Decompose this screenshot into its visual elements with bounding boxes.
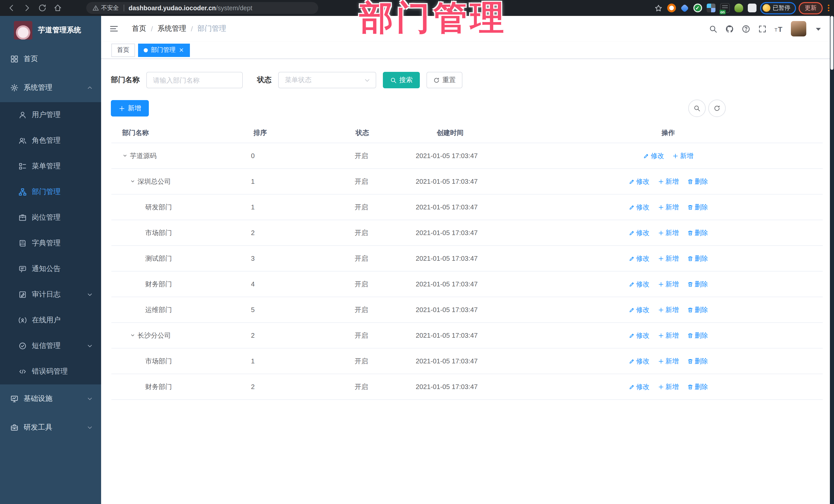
add-row-button[interactable]: 新增: [658, 177, 679, 186]
expand-arrow-icon[interactable]: [122, 153, 130, 159]
cell-status: 开启: [342, 356, 414, 366]
add-row-button[interactable]: 新增: [658, 305, 679, 314]
tab-home[interactable]: 首页: [111, 43, 135, 57]
sidebar-item-用户管理[interactable]: 用户管理: [0, 102, 101, 128]
delete-row-button[interactable]: 删除: [687, 280, 708, 289]
add-row-button[interactable]: 新增: [658, 280, 679, 289]
sidebar-item-角色管理[interactable]: 角色管理: [0, 128, 101, 153]
add-row-button[interactable]: 新增: [658, 228, 679, 237]
green-person-extension-icon[interactable]: [734, 4, 743, 12]
delete-row-button[interactable]: 删除: [687, 331, 708, 340]
delete-row-button[interactable]: 删除: [687, 202, 708, 212]
close-icon[interactable]: [179, 47, 184, 53]
avatar-caret-down-icon[interactable]: [814, 24, 823, 33]
edit-row-button[interactable]: 修改: [629, 382, 650, 391]
fullscreen-icon[interactable]: [758, 24, 767, 33]
plus-icon: [118, 105, 125, 112]
expand-arrow-icon[interactable]: [130, 333, 137, 338]
drop-extension-icon[interactable]: [680, 4, 689, 12]
help-icon[interactable]: [742, 24, 750, 33]
green-check-extension-icon[interactable]: ✓: [693, 4, 702, 12]
search-button[interactable]: 搜索: [383, 72, 420, 88]
bookmark-star-icon[interactable]: [654, 4, 662, 12]
add-button[interactable]: 新增: [111, 100, 149, 116]
edit-row-button[interactable]: 修改: [629, 228, 650, 237]
browser-menu-icon[interactable]: [826, 5, 831, 11]
cell-status: 开启: [342, 202, 414, 212]
back-icon[interactable]: [7, 4, 16, 12]
tab-label: 首页: [117, 46, 129, 54]
app-logo-row[interactable]: 芋道管理系统: [0, 16, 101, 45]
add-row-button[interactable]: 新增: [658, 382, 679, 391]
trash-icon: [687, 255, 693, 262]
sidebar-item-部门管理[interactable]: 部门管理: [0, 179, 101, 205]
sidebar-item-系统管理[interactable]: 系统管理: [0, 73, 101, 102]
add-row-button[interactable]: 新增: [672, 151, 694, 160]
expand-arrow-icon[interactable]: [130, 179, 137, 184]
sidebar-item-菜单管理[interactable]: 菜单管理: [0, 153, 101, 179]
refresh-table-button[interactable]: [708, 100, 726, 117]
github-icon[interactable]: [725, 24, 734, 33]
sidebar-item-短信管理[interactable]: 短信管理: [0, 333, 101, 359]
security-warning[interactable]: 不安全: [92, 4, 119, 12]
edit-row-button[interactable]: 修改: [629, 356, 650, 366]
col-header-created: 创建时间: [414, 128, 584, 137]
delete-row-button[interactable]: 删除: [687, 356, 708, 366]
address-bar[interactable]: 不安全 dashboard.yudao.iocoder.cn/system/de…: [86, 2, 318, 14]
sidebar-item-通知公告[interactable]: 通知公告: [0, 256, 101, 282]
svg-text:T: T: [778, 25, 783, 33]
reset-button[interactable]: 重置: [426, 72, 462, 88]
sidebar-item-基础设施[interactable]: 基础设施: [0, 385, 101, 413]
edit-row-button[interactable]: 修改: [629, 254, 650, 263]
breadcrumb-home[interactable]: 首页: [132, 24, 146, 34]
add-row-button[interactable]: 新增: [658, 202, 679, 212]
col-header-dept-name: 部门名称: [111, 128, 250, 137]
list-extension-icon[interactable]: on: [720, 3, 729, 13]
hamburger-icon[interactable]: [101, 24, 118, 34]
delete-row-button[interactable]: 删除: [687, 228, 708, 237]
delete-row-button[interactable]: 删除: [687, 305, 708, 314]
sidebar-item-label: 首页: [24, 54, 94, 64]
target-extension-icon[interactable]: [667, 4, 676, 12]
toggle-search-button[interactable]: [688, 100, 706, 117]
sidebar-item-研发工具[interactable]: 研发工具: [0, 413, 101, 442]
page-scrollbar[interactable]: [830, 16, 834, 504]
sidebar-item-岗位管理[interactable]: 岗位管理: [0, 205, 101, 231]
cell-dept-name: 财务部门: [111, 280, 250, 289]
status-select[interactable]: 菜单状态: [278, 72, 376, 88]
puzzle-extension-icon[interactable]: [748, 4, 756, 12]
scrollbar-thumb[interactable]: [830, 16, 833, 70]
breadcrumb-system[interactable]: 系统管理: [158, 24, 186, 34]
search-icon[interactable]: [709, 24, 718, 33]
home-icon[interactable]: [53, 4, 62, 12]
grid-extension-icon[interactable]: [706, 4, 715, 12]
tab-dept-management[interactable]: 部门管理: [138, 43, 190, 57]
edit-row-button[interactable]: 修改: [629, 305, 650, 314]
delete-row-button[interactable]: 删除: [687, 177, 708, 186]
sidebar-item-在线用户[interactable]: 在线用户: [0, 307, 101, 333]
add-row-button[interactable]: 新增: [658, 254, 679, 263]
delete-row-button[interactable]: 删除: [687, 254, 708, 263]
sidebar-item-审计日志[interactable]: 审计日志: [0, 282, 101, 307]
sidebar-item-字典管理[interactable]: 字典管理: [0, 231, 101, 256]
sidebar-item-首页[interactable]: 首页: [0, 45, 101, 73]
edit-row-button[interactable]: 修改: [629, 177, 650, 186]
forward-icon[interactable]: [23, 4, 31, 12]
edit-row-button[interactable]: 修改: [629, 202, 650, 212]
add-row-button[interactable]: 新增: [658, 356, 679, 366]
sidebar-item-错误码管理[interactable]: 错误码管理: [0, 359, 101, 385]
browser-update-button[interactable]: 更新: [799, 3, 822, 13]
edit-row-button-label: 修改: [651, 151, 664, 160]
edit-row-button[interactable]: 修改: [629, 331, 650, 340]
edit-row-button[interactable]: 修改: [629, 280, 650, 289]
reload-icon[interactable]: [38, 4, 47, 12]
user-avatar[interactable]: [791, 21, 806, 37]
profile-chip[interactable]: 已暂停: [761, 3, 795, 13]
chevron-down-icon: [87, 343, 93, 349]
app-logo-image: [14, 21, 32, 40]
delete-row-button[interactable]: 删除: [687, 382, 708, 391]
dept-name-input[interactable]: [146, 72, 243, 88]
font-size-icon[interactable]: TT: [774, 24, 783, 33]
add-row-button[interactable]: 新增: [658, 331, 679, 340]
edit-row-button[interactable]: 修改: [643, 151, 664, 160]
